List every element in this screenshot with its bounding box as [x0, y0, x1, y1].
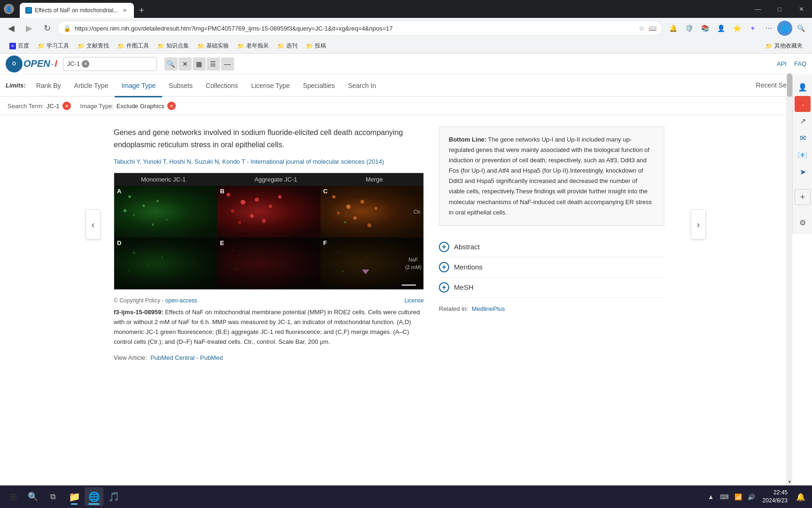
date-display: 2024/8/23 [763, 497, 788, 505]
sidebar-bookmark-icon[interactable]: 🔖 [795, 96, 811, 112]
scrollbar-track[interactable]: ▼ [787, 73, 792, 485]
faq-link[interactable]: FAQ [794, 60, 806, 67]
forward-button[interactable]: ▶ [22, 21, 37, 36]
bookmark-journal-select[interactable]: 📁 选刊 [273, 40, 301, 52]
abstract-toggle[interactable]: + Abstract [439, 242, 664, 252]
browser-title-bar: 👤 🌐 Effects of NaF on mitochondrial... ✕… [0, 0, 812, 18]
limit-image-type[interactable]: Image Type [115, 75, 162, 97]
tab-close-icon[interactable]: ✕ [121, 7, 128, 14]
bookmark-knowledge[interactable]: 📁 知识点集 [154, 40, 193, 52]
new-tab-button[interactable]: + [135, 4, 148, 17]
account-icon[interactable]: 👤 [713, 21, 728, 36]
sidebar-settings-icon[interactable]: ⚙ [795, 214, 811, 230]
api-link[interactable]: API [777, 60, 787, 67]
limit-license-type[interactable]: License Type [244, 75, 296, 97]
search-term-label: Search Term: [8, 103, 44, 110]
bookmark-study-tools[interactable]: 📁 学习工具 [34, 40, 73, 52]
reader-mode-icon[interactable]: 📖 [648, 24, 656, 32]
list-view-button[interactable]: ☰ [207, 57, 220, 71]
edge-profile-icon[interactable]: 🌐 [777, 21, 792, 36]
taskbar-file-explorer[interactable]: 📁 [65, 487, 84, 506]
pubmed-central-link[interactable]: PubMed Central [150, 354, 195, 361]
sidebar-share-icon[interactable]: ↗ [795, 113, 811, 129]
active-tab[interactable]: 🌐 Effects of NaF on mitochondrial... ✕ [20, 3, 134, 18]
bookmark-baidu[interactable]: B 百度 [6, 40, 33, 52]
site-header: O OPEN · I JC-1 ✕ 🔍 ✕ ▦ ☰ — API FAQ [0, 54, 812, 74]
search-taskbar-button[interactable]: 🔍 [23, 487, 42, 506]
minimize-button[interactable]: — [747, 0, 769, 18]
figure-cell-b: B [217, 186, 320, 238]
next-result-button[interactable]: › [691, 209, 706, 239]
star-icon[interactable]: ☆ [639, 24, 645, 32]
profile-icon[interactable]: 👤 [4, 4, 14, 14]
taskbar-edge-browser[interactable]: 🌐 [85, 487, 103, 506]
medlineplus-link[interactable]: MedlinePlus [472, 305, 505, 312]
limit-specialties[interactable]: Specialties [297, 75, 342, 97]
bookmark-basic-exp[interactable]: 📁 基础实验 [194, 40, 233, 52]
address-bar[interactable]: 🔒 https://openi.nlm.nih.gov/detailedresu… [57, 21, 663, 36]
dash-button[interactable]: — [221, 57, 234, 71]
bookmark-literature[interactable]: 📁 文献查找 [74, 40, 113, 52]
figure-row-1: A B [114, 186, 423, 238]
search-icon[interactable]: 🔍 [793, 21, 808, 36]
collections-icon[interactable]: 📚 [697, 21, 712, 36]
sidebar-person-icon[interactable]: 👤 [795, 79, 811, 95]
clear-button[interactable]: ✕ [179, 57, 192, 71]
notification-button[interactable]: 🔔 [793, 489, 808, 504]
cursor [362, 270, 369, 274]
keyboard-icon[interactable]: ⌨ [718, 492, 731, 502]
clock-display[interactable]: 22:45 2024/8/23 [759, 487, 791, 507]
site-search-box[interactable]: JC-1 ✕ [63, 57, 157, 71]
search-clear-icon[interactable]: ✕ [82, 60, 89, 68]
task-view-button[interactable]: ⧉ [43, 487, 62, 506]
mentions-toggle[interactable]: + Mentions [439, 262, 664, 272]
close-button[interactable]: ✕ [790, 0, 812, 18]
taskbar-app-3[interactable]: 🎵 [104, 487, 123, 506]
network-icon[interactable]: 📶 [733, 492, 744, 502]
limit-collections[interactable]: Collections [199, 75, 244, 97]
volume-icon[interactable]: 🔊 [746, 492, 757, 502]
sidebar-outlook-icon[interactable]: 📧 [795, 147, 811, 163]
start-button[interactable]: ⊞ [4, 487, 23, 506]
ext-icon-2[interactable]: 🛡️ [681, 21, 696, 36]
journal-link[interactable]: International journal of molecular scien… [250, 158, 384, 165]
cell-e-label: E [220, 239, 224, 246]
ext-icon-1[interactable]: 🔔 [665, 21, 680, 36]
bookmark-alzheimer[interactable]: 📁 老年痴呆 [234, 40, 273, 52]
search-submit-button[interactable]: 🔍 ✕ ▦ ☰ — [163, 57, 236, 71]
sidebar-add-icon[interactable]: + [795, 189, 811, 205]
more-tools-icon[interactable]: ⋯ [761, 21, 776, 36]
logo-dot: · [51, 58, 54, 69]
prev-result-button[interactable]: ‹ [86, 209, 101, 239]
sidebar-mail-icon[interactable]: ✉ [795, 130, 811, 146]
remove-search-term-button[interactable]: ✕ [62, 102, 71, 110]
figure-cell-e: E [217, 238, 320, 289]
bookmark-drawing[interactable]: 📁 作图工具 [114, 40, 153, 52]
limit-rank-by[interactable]: Rank By [30, 75, 68, 97]
search-magnifier: 🔍 [164, 57, 178, 71]
bookmark-others[interactable]: 📁 其他收藏夹 [762, 40, 806, 52]
page-content: O OPEN · I JC-1 ✕ 🔍 ✕ ▦ ☰ — API FAQ Limi… [0, 54, 812, 373]
copilot-icon[interactable]: ✦ [745, 21, 760, 36]
scrollbar-thumb[interactable] [787, 73, 792, 97]
pubmed-link[interactable]: PubMed [200, 354, 223, 361]
grid-view-button[interactable]: ▦ [193, 57, 206, 71]
license-link[interactable]: License [405, 297, 424, 304]
remove-image-type-button[interactable]: ✕ [167, 102, 176, 110]
refresh-button[interactable]: ↻ [39, 21, 55, 36]
open-access-link[interactable]: open-access [165, 297, 197, 304]
windows-taskbar: ⊞ 🔍 ⧉ 📁 🌐 🎵 ▲ ⌨ 📶 🔊 22:45 2024/8/23 🔔 [0, 485, 812, 508]
limit-article-type[interactable]: Article Type [68, 75, 115, 97]
sidebar-arrow-icon[interactable]: ➤ [795, 164, 811, 180]
limit-subsets[interactable]: Subsets [162, 75, 199, 97]
limit-search-in[interactable]: Search In [341, 75, 383, 97]
maximize-button[interactable]: □ [769, 0, 790, 18]
tray-icon-1[interactable]: ▲ [706, 491, 716, 502]
favorites-icon[interactable]: ⭐ [729, 21, 744, 36]
bookmark-submission[interactable]: 📁 投稿 [302, 40, 330, 52]
cell-b-label: B [220, 188, 224, 195]
back-button[interactable]: ◀ [4, 21, 19, 36]
site-logo[interactable]: O OPEN · I [6, 56, 57, 72]
scroll-down-arrow[interactable]: ▼ [787, 478, 792, 485]
mesh-toggle[interactable]: + MeSH [439, 282, 664, 293]
